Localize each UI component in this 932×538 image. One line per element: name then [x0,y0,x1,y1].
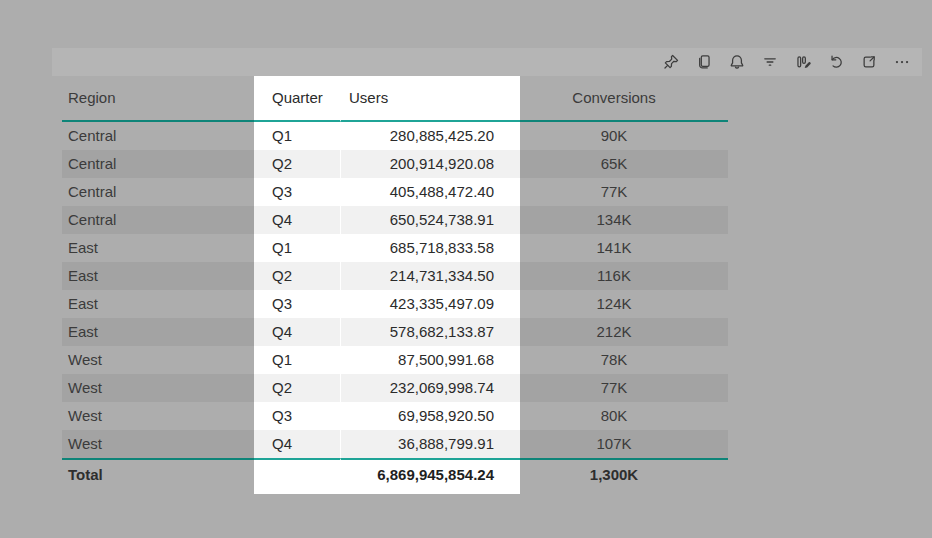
row-spacer-cell [708,402,728,430]
row-spacer-cell [708,234,728,262]
total-users: 6,869,945,854.24 [340,458,520,490]
header-spacer-cell [708,76,728,122]
row-spacer-cell [708,178,728,206]
cell-quarter[interactable]: Q1 [254,122,340,150]
column-header-region[interactable]: Region [62,76,254,122]
cell-conversions[interactable]: 107K [520,430,708,458]
cell-region[interactable]: East [62,234,254,262]
cell-users[interactable]: 69,958,920.50 [340,402,520,430]
cell-region[interactable]: West [62,374,254,402]
more-options-icon[interactable] [892,52,912,72]
cell-users[interactable]: 405,488,472.40 [340,178,520,206]
cell-users[interactable]: 280,885,425.20 [340,122,520,150]
cell-conversions[interactable]: 134K [520,206,708,234]
filter-icon[interactable] [760,52,780,72]
cell-conversions[interactable]: 212K [520,318,708,346]
visual-header-toolbar [52,48,922,76]
cell-conversions[interactable]: 124K [520,290,708,318]
table-row: CentralQ4650,524,738.91134K [62,206,728,234]
cell-quarter[interactable]: Q2 [254,150,340,178]
cell-region[interactable]: Central [62,206,254,234]
cell-quarter[interactable]: Q4 [254,318,340,346]
personalize-visual-icon[interactable] [793,52,813,72]
table-body: CentralQ1280,885,425.2090KCentralQ2200,9… [62,122,728,458]
cell-region[interactable]: East [62,318,254,346]
cell-quarter[interactable]: Q3 [254,178,340,206]
cell-conversions[interactable]: 77K [520,178,708,206]
row-spacer-cell [708,374,728,402]
column-header-users[interactable]: Users [340,76,520,122]
cell-conversions[interactable]: 116K [520,262,708,290]
row-spacer-cell [708,290,728,318]
row-spacer-cell [708,150,728,178]
table-row: EastQ3423,335,497.09124K [62,290,728,318]
alert-icon[interactable] [727,52,747,72]
focus-mode-icon[interactable] [859,52,879,72]
cell-conversions[interactable]: 141K [520,234,708,262]
cell-users[interactable]: 87,500,991.68 [340,346,520,374]
table-row: WestQ436,888,799.91107K [62,430,728,458]
cell-users[interactable]: 36,888,799.91 [340,430,520,458]
row-spacer-cell [708,206,728,234]
cell-users[interactable]: 685,718,833.58 [340,234,520,262]
cell-quarter[interactable]: Q4 [254,206,340,234]
cell-conversions[interactable]: 77K [520,374,708,402]
total-region: Total [62,458,254,490]
cell-region[interactable]: East [62,290,254,318]
cell-conversions[interactable]: 78K [520,346,708,374]
cell-quarter[interactable]: Q2 [254,262,340,290]
cell-quarter[interactable]: Q1 [254,346,340,374]
row-spacer-cell [708,262,728,290]
table-header-row: RegionQuarterUsersConversions [62,76,728,122]
row-spacer-cell [708,430,728,458]
cell-region[interactable]: Central [62,122,254,150]
table-row: EastQ1685,718,833.58141K [62,234,728,262]
total-conversions: 1,300K [520,458,708,490]
cell-users[interactable]: 578,682,133.87 [340,318,520,346]
cell-users[interactable]: 232,069,998.74 [340,374,520,402]
cell-quarter[interactable]: Q1 [254,234,340,262]
cell-quarter[interactable]: Q4 [254,430,340,458]
cell-region[interactable]: Central [62,178,254,206]
cell-region[interactable]: West [62,430,254,458]
cell-users[interactable]: 200,914,920.08 [340,150,520,178]
cell-users[interactable]: 650,524,738.91 [340,206,520,234]
column-header-quarter[interactable]: Quarter [254,76,340,122]
cell-conversions[interactable]: 80K [520,402,708,430]
cell-region[interactable]: East [62,262,254,290]
cell-region[interactable]: Central [62,150,254,178]
table-row: CentralQ2200,914,920.0865K [62,150,728,178]
cell-quarter[interactable]: Q3 [254,402,340,430]
copy-icon[interactable] [694,52,714,72]
cell-conversions[interactable]: 65K [520,150,708,178]
pin-icon[interactable] [661,52,681,72]
table-row: EastQ4578,682,133.87212K [62,318,728,346]
cell-region[interactable]: West [62,402,254,430]
table-row: EastQ2214,731,334.50116K [62,262,728,290]
total-spacer-cell [708,458,728,490]
table-row: WestQ187,500,991.6878K [62,346,728,374]
row-spacer-cell [708,346,728,374]
cell-users[interactable]: 423,335,497.09 [340,290,520,318]
table-row: WestQ2232,069,998.7477K [62,374,728,402]
row-spacer-cell [708,318,728,346]
total-quarter [254,458,340,490]
row-spacer-cell [708,122,728,150]
report-canvas: RegionQuarterUsersConversions CentralQ12… [0,0,932,538]
cell-users[interactable]: 214,731,334.50 [340,262,520,290]
cell-region[interactable]: West [62,346,254,374]
cell-quarter[interactable]: Q2 [254,374,340,402]
column-header-conversions[interactable]: Conversions [520,76,708,122]
table-row: WestQ369,958,920.5080K [62,402,728,430]
table-visual: RegionQuarterUsersConversions CentralQ12… [62,76,728,490]
table-row: CentralQ3405,488,472.4077K [62,178,728,206]
cell-conversions[interactable]: 90K [520,122,708,150]
undo-icon[interactable] [826,52,846,72]
table-row: CentralQ1280,885,425.2090K [62,122,728,150]
table-total-row: Total6,869,945,854.241,300K [62,458,728,490]
cell-quarter[interactable]: Q3 [254,290,340,318]
